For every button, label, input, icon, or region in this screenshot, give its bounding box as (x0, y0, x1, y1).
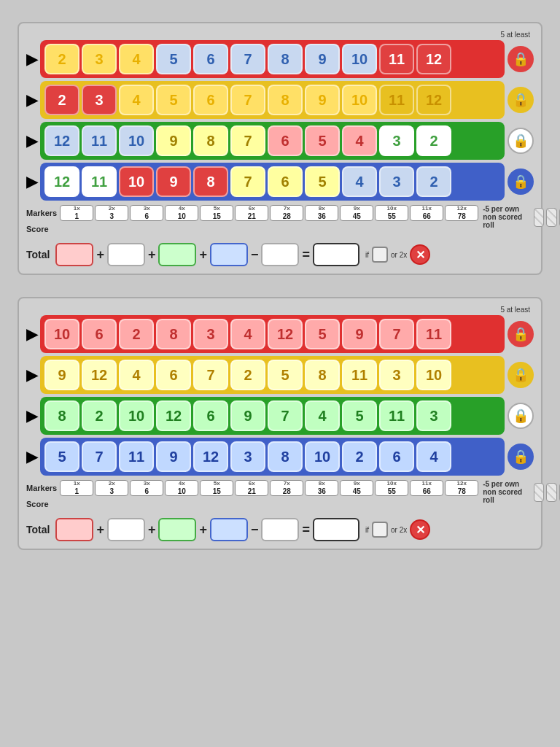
s2cell-r2-7[interactable]: 5 (268, 360, 303, 390)
cell-r4-8[interactable]: 5 (305, 166, 340, 197)
cell-r1-12[interactable]: 12 (416, 44, 451, 74)
s2-total-box-white[interactable] (107, 518, 145, 541)
s2cell-r4-4[interactable]: 9 (156, 441, 191, 472)
cell-r3-2[interactable]: 11 (82, 125, 117, 156)
cell-r2-9[interactable]: 10 (342, 85, 377, 115)
cell-r3-6[interactable]: 7 (230, 125, 265, 156)
s2cell-r1-8[interactable]: 5 (305, 319, 340, 349)
s2-checkbox[interactable] (372, 522, 388, 538)
lock-blue-2[interactable]: 🔒 (508, 444, 534, 470)
total-box-blue-1[interactable] (210, 243, 248, 266)
s2cell-r1-3[interactable]: 2 (119, 319, 154, 349)
checkbox-1[interactable] (372, 247, 388, 263)
s2cell-r1-9[interactable]: 9 (342, 319, 377, 349)
cell-r2-1[interactable]: 2 (44, 85, 79, 115)
penalty-box-1[interactable] (534, 208, 545, 227)
s2-penalty-box-1[interactable] (534, 483, 545, 502)
total-box-white-1[interactable] (107, 243, 145, 266)
s2cell-r1-5[interactable]: 3 (193, 319, 228, 349)
cell-r3-9[interactable]: 4 (342, 125, 377, 156)
cell-r1-3[interactable]: 4 (119, 44, 154, 74)
s2cell-r3-2[interactable]: 2 (82, 400, 117, 431)
s2cell-r2-1[interactable]: 9 (44, 360, 79, 390)
lock-yellow-1[interactable]: 🔒 (508, 87, 534, 113)
cell-r1-6[interactable]: 7 (230, 44, 265, 74)
s2cell-r4-10[interactable]: 6 (379, 441, 414, 472)
s2cell-r3-11[interactable]: 3 (416, 400, 451, 431)
s2cell-r4-3[interactable]: 11 (119, 441, 154, 472)
s2cell-r3-8[interactable]: 4 (305, 400, 340, 431)
s2cell-r1-2[interactable]: 6 (82, 319, 117, 349)
s2-penalty-box-2[interactable] (546, 483, 557, 502)
cell-r3-8[interactable]: 5 (305, 125, 340, 156)
cell-r4-9[interactable]: 4 (342, 166, 377, 197)
s2-total-box-result[interactable] (313, 518, 359, 541)
s2cell-r3-9[interactable]: 5 (342, 400, 377, 431)
cell-r4-6[interactable]: 7 (230, 166, 265, 197)
cell-r3-5[interactable]: 8 (193, 125, 228, 156)
cell-r4-3[interactable]: 10 (119, 166, 154, 197)
s2-total-box-green[interactable] (158, 518, 196, 541)
cell-r4-10[interactable]: 3 (379, 166, 414, 197)
cell-r1-5[interactable]: 6 (193, 44, 228, 74)
cell-r1-9[interactable]: 10 (342, 44, 377, 74)
s2cell-r1-4[interactable]: 8 (156, 319, 191, 349)
s2cell-r4-7[interactable]: 8 (268, 441, 303, 472)
lock-green-2[interactable]: 🔒 (508, 403, 534, 429)
cross-circle-1[interactable]: ✕ (410, 244, 430, 265)
total-box-green-1[interactable] (158, 243, 196, 266)
s2cell-r2-11[interactable]: 10 (416, 360, 451, 390)
cell-r1-1[interactable]: 2 (44, 44, 79, 74)
penalty-box-2[interactable] (546, 208, 557, 227)
s2-total-box-blue[interactable] (210, 518, 248, 541)
cell-r1-2[interactable]: 3 (82, 44, 117, 74)
cell-r4-12[interactable]: 2 (416, 166, 451, 197)
s2cell-r2-3[interactable]: 4 (119, 360, 154, 390)
s2cell-r1-7[interactable]: 12 (268, 319, 303, 349)
lock-yellow-2[interactable]: 🔒 (508, 362, 534, 388)
cell-r2-3[interactable]: 4 (119, 85, 154, 115)
s2cell-r3-6[interactable]: 9 (230, 400, 265, 431)
s2cell-r3-4[interactable]: 12 (156, 400, 191, 431)
cell-r1-4[interactable]: 5 (156, 44, 191, 74)
s2cell-r1-1[interactable]: 10 (44, 319, 79, 349)
s2cell-r4-1[interactable]: 5 (44, 441, 79, 472)
cell-r2-7[interactable]: 8 (268, 85, 303, 115)
total-box-penalty-1[interactable] (261, 243, 299, 266)
cell-r2-2[interactable]: 3 (82, 85, 117, 115)
s2cell-r4-6[interactable]: 3 (230, 441, 265, 472)
cell-r1-8[interactable]: 9 (305, 44, 340, 74)
cell-r2-4[interactable]: 5 (156, 85, 191, 115)
s2cell-r1-10[interactable]: 7 (379, 319, 414, 349)
cell-r4-1[interactable]: 12 (44, 166, 79, 197)
s2cell-r4-2[interactable]: 7 (82, 441, 117, 472)
lock-green-1[interactable]: 🔒 (508, 128, 534, 154)
s2-cross-circle[interactable]: ✕ (410, 519, 430, 540)
cell-r4-2[interactable]: 11 (82, 166, 117, 197)
cell-r3-4[interactable]: 9 (156, 125, 191, 156)
lock-red-2[interactable]: 🔒 (508, 321, 534, 347)
s2cell-r1-11[interactable]: 11 (416, 319, 451, 349)
s2cell-r4-11[interactable]: 4 (416, 441, 451, 472)
cell-r1-7[interactable]: 8 (268, 44, 303, 74)
s2cell-r3-3[interactable]: 10 (119, 400, 154, 431)
s2cell-r2-6[interactable]: 2 (230, 360, 265, 390)
cell-r1-11[interactable]: 11 (379, 44, 414, 74)
s2cell-r1-6[interactable]: 4 (230, 319, 265, 349)
cell-r4-7[interactable]: 6 (268, 166, 303, 197)
cell-r3-3[interactable]: 10 (119, 125, 154, 156)
s2cell-r3-5[interactable]: 6 (193, 400, 228, 431)
cell-r2-12[interactable]: 12 (416, 85, 451, 115)
s2cell-r4-5[interactable]: 12 (193, 441, 228, 472)
cell-r3-11[interactable]: 3 (379, 125, 414, 156)
total-box-result-1[interactable] (313, 243, 359, 266)
s2cell-r2-9[interactable]: 11 (342, 360, 377, 390)
lock-red-1[interactable]: 🔒 (508, 46, 534, 72)
cell-r4-5[interactable]: 8 (193, 166, 228, 197)
s2cell-r4-8[interactable]: 10 (305, 441, 340, 472)
s2cell-r3-7[interactable]: 7 (268, 400, 303, 431)
cell-r2-5[interactable]: 6 (193, 85, 228, 115)
s2cell-r3-10[interactable]: 11 (379, 400, 414, 431)
cell-r2-6[interactable]: 7 (230, 85, 265, 115)
s2cell-r4-9[interactable]: 2 (342, 441, 377, 472)
